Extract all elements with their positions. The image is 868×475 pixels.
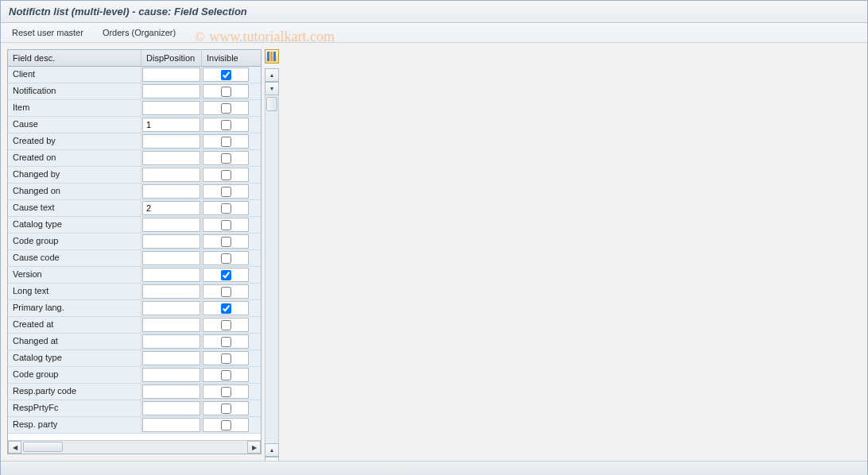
side-column: ▴ ▾ ▴ ▾: [265, 49, 281, 470]
disp-position-input[interactable]: [142, 368, 200, 382]
disp-position-cell: [141, 167, 202, 183]
hscroll-thumb[interactable]: [23, 442, 63, 452]
disp-position-cell: [141, 67, 202, 83]
disp-position-input[interactable]: [142, 251, 200, 265]
disp-position-input[interactable]: [142, 334, 200, 349]
table-settings-icon: [267, 52, 277, 61]
invisible-checkbox[interactable]: [221, 337, 231, 347]
invisible-cell: [202, 234, 250, 249]
disp-position-input[interactable]: [142, 101, 200, 115]
invisible-cell: [202, 250, 250, 266]
vertical-scrollbar[interactable]: ▴ ▾ ▴ ▾: [265, 68, 279, 470]
table-row: Changed at: [8, 334, 261, 350]
disp-position-cell: [141, 334, 202, 349]
table-row: Changed by: [8, 167, 261, 183]
disp-position-input[interactable]: [142, 234, 200, 249]
invisible-checkbox[interactable]: [221, 370, 231, 380]
disp-position-input[interactable]: [142, 284, 200, 299]
col-header-disp-position[interactable]: DispPosition: [141, 50, 202, 66]
invisible-checkbox[interactable]: [221, 153, 231, 164]
table-row: Changed on: [8, 183, 261, 200]
disp-position-cell: [141, 384, 202, 400]
col-header-field-desc[interactable]: Field desc.: [8, 50, 141, 66]
table-row: Item: [8, 100, 261, 117]
disp-position-cell: [141, 400, 202, 416]
disp-position-input[interactable]: [142, 118, 200, 132]
reset-user-master-button[interactable]: Reset user master: [9, 26, 87, 39]
disp-position-input[interactable]: [142, 134, 200, 149]
table-row: Resp. party: [8, 417, 261, 434]
col-header-invisible[interactable]: Invisible: [202, 50, 250, 66]
disp-position-input[interactable]: [142, 151, 200, 165]
scroll-down-small-button[interactable]: ▾: [265, 82, 279, 95]
table-row: Code group: [8, 234, 261, 250]
invisible-checkbox[interactable]: [221, 203, 231, 214]
disp-position-input[interactable]: [142, 351, 200, 365]
disp-position-input[interactable]: [142, 201, 200, 215]
field-desc-cell: Created at: [8, 317, 141, 333]
disp-position-cell: [141, 150, 202, 166]
table-row: Resp.party code: [8, 384, 261, 400]
invisible-cell: [202, 384, 250, 400]
table-row: Catalog type: [8, 350, 261, 367]
horizontal-scrollbar[interactable]: ◀ ▶: [8, 440, 261, 454]
invisible-checkbox[interactable]: [221, 137, 231, 147]
invisible-checkbox[interactable]: [221, 404, 231, 414]
invisible-checkbox[interactable]: [221, 420, 231, 431]
table-row: Notification: [8, 83, 261, 100]
field-desc-cell: Code group: [8, 234, 141, 249]
field-desc-cell: Cause code: [8, 250, 141, 266]
invisible-checkbox[interactable]: [221, 120, 231, 130]
table-row: Cause: [8, 117, 261, 133]
scroll-left-button[interactable]: ◀: [8, 441, 21, 454]
svg-rect-1: [270, 52, 273, 61]
invisible-checkbox[interactable]: [221, 170, 231, 180]
disp-position-input[interactable]: [142, 268, 200, 282]
invisible-cell: [202, 334, 250, 349]
orders-organizer-button[interactable]: Orders (Organizer): [99, 26, 179, 39]
invisible-checkbox[interactable]: [221, 103, 231, 114]
invisible-checkbox[interactable]: [221, 303, 231, 314]
vscroll-track[interactable]: [265, 95, 279, 443]
disp-position-input[interactable]: [142, 84, 200, 98]
scroll-right-button[interactable]: ▶: [247, 441, 261, 454]
invisible-checkbox[interactable]: [221, 87, 231, 97]
invisible-checkbox[interactable]: [221, 187, 231, 197]
invisible-cell: [202, 217, 250, 233]
disp-position-input[interactable]: [142, 301, 200, 315]
field-desc-cell: Changed by: [8, 167, 141, 183]
disp-position-input[interactable]: [142, 318, 200, 332]
invisible-checkbox[interactable]: [221, 320, 231, 330]
invisible-checkbox[interactable]: [221, 287, 231, 297]
disp-position-input[interactable]: [142, 68, 200, 82]
disp-position-input[interactable]: [142, 218, 200, 232]
invisible-checkbox[interactable]: [221, 237, 231, 247]
field-desc-cell: Client: [8, 67, 141, 83]
disp-position-input[interactable]: [142, 384, 200, 399]
invisible-checkbox[interactable]: [221, 387, 231, 397]
titlebar: Notifictn list (multi-level) - cause: Fi…: [1, 1, 867, 23]
field-desc-cell: RespPrtyFc: [8, 400, 141, 416]
invisible-cell: [202, 400, 250, 416]
disp-position-input[interactable]: [142, 418, 200, 432]
invisible-checkbox[interactable]: [221, 353, 231, 364]
invisible-checkbox[interactable]: [221, 253, 231, 264]
invisible-checkbox[interactable]: [221, 70, 231, 80]
scroll-up-button[interactable]: ▴: [265, 68, 279, 82]
invisible-cell: [202, 83, 250, 99]
invisible-checkbox[interactable]: [221, 220, 231, 230]
hscroll-track[interactable]: [21, 441, 247, 454]
field-desc-cell: Created by: [8, 133, 141, 149]
invisible-checkbox[interactable]: [221, 270, 231, 280]
scroll-up-bottom-button[interactable]: ▴: [265, 443, 279, 457]
field-desc-cell: Version: [8, 267, 141, 283]
invisible-cell: [202, 317, 250, 333]
disp-position-cell: [141, 117, 202, 133]
disp-position-input[interactable]: [142, 401, 200, 415]
disp-position-cell: [141, 267, 202, 283]
disp-position-cell: [141, 250, 202, 266]
disp-position-input[interactable]: [142, 168, 200, 182]
table-settings-button[interactable]: [265, 49, 279, 64]
vscroll-thumb[interactable]: [266, 97, 277, 111]
disp-position-input[interactable]: [142, 184, 200, 199]
